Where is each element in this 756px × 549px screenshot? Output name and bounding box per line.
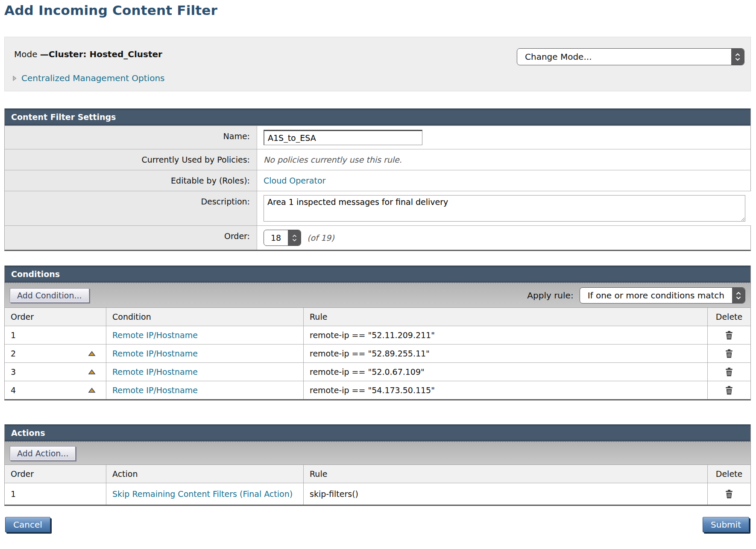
mode-value: —Cluster: Hosted_Cluster bbox=[40, 49, 162, 59]
centralized-management-link[interactable]: Centralized Management Options bbox=[21, 73, 165, 83]
order-number: 1 bbox=[11, 330, 16, 340]
cloud-operator-link[interactable]: Cloud Operator bbox=[264, 176, 325, 185]
add-action-button[interactable]: Add Action... bbox=[10, 446, 76, 461]
move-up-icon[interactable] bbox=[88, 369, 96, 375]
content-filter-settings-section: Content Filter Settings Name: Currently … bbox=[4, 108, 751, 251]
change-mode-select-value: Change Mode... bbox=[517, 49, 731, 65]
page-title: Add Incoming Content Filter bbox=[4, 3, 756, 18]
condition-link[interactable]: Remote IP/Hostname bbox=[112, 349, 198, 358]
order-select[interactable]: 18 bbox=[264, 230, 301, 246]
conditions-section: Conditions Add Condition... Apply rule: … bbox=[4, 266, 751, 400]
table-row: 4 Remote IP/Hostname remote-ip == "54.17… bbox=[5, 381, 750, 399]
select-stepper-icon bbox=[732, 288, 745, 303]
conditions-header-row: Order Condition Rule Delete bbox=[5, 307, 750, 326]
description-row: Description: Area 1 inspected messages f… bbox=[5, 191, 750, 225]
actions-header-row: Order Action Rule Delete bbox=[5, 464, 750, 483]
mode-box: Mode —Cluster: Hosted_Cluster Change Mod… bbox=[4, 37, 751, 91]
order-number: 3 bbox=[11, 367, 16, 377]
settings-section-header: Content Filter Settings bbox=[5, 108, 750, 126]
name-row: Name: bbox=[5, 126, 750, 149]
trash-icon[interactable] bbox=[725, 330, 733, 340]
order-select-value: 18 bbox=[264, 230, 288, 245]
select-stepper-icon bbox=[288, 230, 301, 245]
apply-rule-label: Apply rule: bbox=[527, 290, 573, 301]
conditions-toolbar: Add Condition... Apply rule: If one or m… bbox=[5, 283, 750, 307]
rule-text: remote-ip == "54.173.50.115" bbox=[304, 381, 708, 399]
column-header: Action bbox=[106, 465, 304, 483]
table-row: 3 Remote IP/Hostname remote-ip == "52.0.… bbox=[5, 362, 750, 381]
disclosure-triangle-icon[interactable] bbox=[12, 75, 17, 82]
submit-button[interactable]: Submit bbox=[703, 517, 749, 532]
condition-link[interactable]: Remote IP/Hostname bbox=[112, 330, 198, 340]
condition-link[interactable]: Remote IP/Hostname bbox=[112, 367, 198, 377]
actions-section-header: Actions bbox=[5, 424, 750, 441]
order-number: 2 bbox=[11, 349, 16, 358]
condition-link[interactable]: Remote IP/Hostname bbox=[112, 385, 198, 395]
editable-row: Editable by (Roles): Cloud Operator bbox=[5, 170, 750, 191]
column-header: Condition bbox=[106, 308, 304, 326]
rule-text: remote-ip == "52.0.67.109" bbox=[304, 363, 708, 381]
description-label: Description: bbox=[5, 191, 257, 225]
footer: Cancel Submit bbox=[5, 517, 749, 532]
column-header: Order bbox=[5, 308, 106, 326]
name-label: Name: bbox=[5, 126, 257, 149]
cancel-button[interactable]: Cancel bbox=[5, 517, 50, 532]
trash-icon[interactable] bbox=[725, 349, 733, 358]
order-total: (of 19) bbox=[307, 233, 334, 242]
actions-section: Actions Add Action... Order Action Rule … bbox=[4, 424, 751, 506]
order-number: 1 bbox=[11, 489, 16, 499]
table-row: 2 Remote IP/Hostname remote-ip == "52.89… bbox=[5, 344, 750, 362]
column-header: Rule bbox=[304, 465, 708, 483]
move-up-icon[interactable] bbox=[88, 388, 96, 393]
description-textarea[interactable]: Area 1 inspected messages for final deli… bbox=[264, 195, 745, 222]
actions-toolbar: Add Action... bbox=[5, 441, 750, 464]
trash-icon[interactable] bbox=[725, 489, 733, 499]
column-header: Delete bbox=[708, 308, 750, 326]
rule-text: skip-filters() bbox=[304, 483, 708, 505]
add-condition-button[interactable]: Add Condition... bbox=[10, 288, 89, 303]
apply-rule-select-value: If one or more conditions match bbox=[580, 288, 732, 303]
policies-row: Currently Used by Policies: No policies … bbox=[5, 149, 750, 170]
rule-text: remote-ip == "52.89.255.11" bbox=[304, 345, 708, 362]
mode-label: Mode bbox=[14, 49, 40, 59]
apply-rule-select[interactable]: If one or more conditions match bbox=[580, 287, 745, 304]
column-header: Delete bbox=[708, 465, 750, 483]
policies-value: No policies currently use this rule. bbox=[264, 155, 402, 164]
table-row: 1 Skip Remaining Content Filters (Final … bbox=[5, 483, 750, 505]
conditions-section-header: Conditions bbox=[5, 266, 750, 283]
order-label: Order: bbox=[5, 226, 257, 250]
table-row: 1 Remote IP/Hostname remote-ip == "52.11… bbox=[5, 326, 750, 344]
order-number: 4 bbox=[11, 385, 16, 395]
column-header: Rule bbox=[304, 308, 708, 326]
change-mode-select[interactable]: Change Mode... bbox=[517, 48, 744, 65]
column-header: Order bbox=[5, 465, 106, 483]
name-input[interactable] bbox=[264, 130, 422, 145]
policies-label: Currently Used by Policies: bbox=[5, 149, 257, 170]
order-row: Order: 18 (of 19) bbox=[5, 225, 750, 250]
editable-label: Editable by (Roles): bbox=[5, 170, 257, 191]
trash-icon[interactable] bbox=[725, 367, 733, 377]
move-up-icon[interactable] bbox=[88, 351, 96, 356]
rule-text: remote-ip == "52.11.209.211" bbox=[304, 326, 708, 344]
mode-line: Mode —Cluster: Hosted_Cluster bbox=[14, 49, 162, 59]
trash-icon[interactable] bbox=[725, 385, 733, 395]
action-link[interactable]: Skip Remaining Content Filters (Final Ac… bbox=[112, 489, 293, 499]
select-stepper-icon bbox=[731, 49, 744, 65]
